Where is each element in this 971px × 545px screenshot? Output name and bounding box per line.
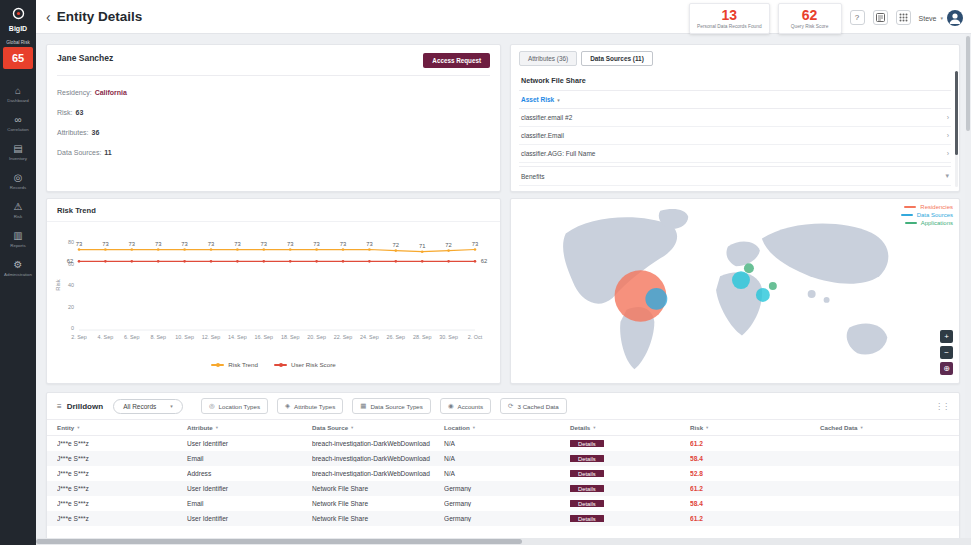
chip-data-source-types[interactable]: ▦Data Source Types	[352, 398, 431, 414]
legend-item-user-risk-score[interactable]: User Risk Score	[274, 361, 336, 368]
panel-scrollbar[interactable]	[955, 71, 958, 187]
chip-accounts[interactable]: ◉Accounts	[440, 398, 491, 414]
asset-risk-link[interactable]: Asset Risk ▾	[519, 91, 951, 109]
sidebar-item-correlation[interactable]: ∞Correlation	[0, 108, 36, 137]
table-row[interactable]: J***e S***zUser IdentifierNetwork File S…	[47, 511, 959, 526]
field-label: Risk:	[57, 109, 73, 116]
details-button[interactable]: Details	[570, 515, 604, 522]
application-bubble[interactable]	[744, 263, 754, 273]
table-row[interactable]: J***e S***zEmailbreach-investigation-Dar…	[47, 451, 959, 466]
vertical-scrollbar[interactable]	[965, 34, 971, 538]
drilldown-title: ≡ Drilldown	[57, 402, 103, 411]
grid-dots-icon[interactable]: ⋮⋮	[935, 402, 949, 411]
profile-field-data-sources-: Data Sources:11	[57, 149, 490, 156]
column-label: Risk	[690, 424, 703, 431]
chip-3-cached-data[interactable]: ⟳3 Cached Data	[500, 398, 567, 414]
legend-item-risk-trend[interactable]: Risk Trend	[211, 361, 258, 368]
cell-attribute: Email	[187, 500, 312, 507]
sidebar-item-records[interactable]: ◎Records	[0, 166, 36, 195]
filter-value: All Records	[123, 403, 156, 410]
chart-legend: Risk TrendUser Risk Score	[53, 361, 494, 368]
svg-text:73: 73	[234, 241, 240, 247]
chevron-right-icon: ›	[947, 150, 949, 157]
data-source-types-icon: ▦	[360, 402, 366, 410]
zoom-out-icon[interactable]: −	[940, 346, 953, 359]
attribute-row[interactable]: classifier.AGG: Full Name›	[519, 145, 951, 163]
application-bubble[interactable]	[769, 282, 777, 290]
geo-map-card: ResidenciesData SourcesApplications +−⊕	[510, 198, 960, 384]
svg-text:24. Sep: 24. Sep	[360, 334, 379, 340]
attribute-label: Benefits	[521, 173, 545, 180]
attribute-row[interactable]: classifier.email #2›	[519, 109, 951, 127]
column-header-location[interactable]: Location▾	[444, 424, 570, 431]
svg-text:22. Sep: 22. Sep	[334, 334, 353, 340]
column-header-entity[interactable]: Entity▾	[57, 424, 187, 431]
sidebar-item-risk[interactable]: ⚠Risk	[0, 195, 36, 224]
back-chevron-icon[interactable]: ‹	[46, 9, 51, 25]
apps-grid-icon[interactable]	[896, 10, 911, 25]
cell-risk: 61.2	[690, 485, 820, 492]
tasks-icon[interactable]	[873, 10, 888, 25]
table-row[interactable]: J***e S***zUser IdentifierNetwork File S…	[47, 481, 959, 496]
location-types-icon: ◎	[209, 402, 215, 410]
data-source-bubble[interactable]	[756, 288, 770, 302]
legend-marker	[904, 206, 916, 208]
sidebar-item-inventory[interactable]: ▤Inventory	[0, 137, 36, 166]
chip-attribute-types[interactable]: ◈Attribute Types	[277, 398, 343, 414]
tab-attributes-36-[interactable]: Attributes (36)	[519, 51, 577, 66]
sidebar-item-label: Inventory	[0, 156, 36, 161]
records-filter-select[interactable]: All Records ▾	[113, 399, 183, 414]
bigid-logo[interactable]: BigID	[9, 6, 27, 32]
main-content: Jane Sanchez Access Request Residency:Ca…	[36, 34, 971, 545]
details-button[interactable]: Details	[570, 455, 604, 462]
avatar	[947, 10, 963, 26]
svg-text:2. Oct: 2. Oct	[468, 334, 483, 340]
sidebar-item-reports[interactable]: ▥Reports	[0, 224, 36, 253]
map-zoom-controls: +−⊕	[940, 330, 953, 375]
cell-details: Details	[570, 485, 690, 492]
column-header-details[interactable]: Details▾	[570, 424, 690, 431]
details-button[interactable]: Details	[570, 500, 604, 507]
world-map[interactable]	[511, 199, 959, 383]
data-source-bubble[interactable]	[645, 288, 667, 310]
tab-data-sources-11-[interactable]: Data Sources (11)	[581, 51, 653, 66]
column-header-cached-data[interactable]: Cached Data▾	[820, 424, 959, 431]
global-risk-widget[interactable]: Global Risk 65	[3, 40, 33, 69]
sort-icon: ▾	[216, 425, 218, 430]
attribute-label: classifier.AGG: Full Name	[521, 150, 595, 157]
attribute-row[interactable]: classifier.Email›	[519, 127, 951, 145]
correlation-icon: ∞	[0, 114, 36, 125]
column-header-attribute[interactable]: Attribute▾	[187, 424, 312, 431]
table-row[interactable]: J***e S***zEmailNetwork File ShareGerman…	[47, 496, 959, 511]
user-menu[interactable]: Steve ▾	[919, 10, 963, 26]
details-button[interactable]: Details	[570, 440, 604, 447]
risk-trend-card: Risk Trend 0204060802. Sep4. Sep6. Sep8.…	[46, 198, 501, 384]
table-row[interactable]: J***e S***zAddressbreach-investigation-D…	[47, 466, 959, 481]
attribute-list: classifier.email #2›classifier.Email›cla…	[519, 109, 951, 186]
chip-location-types[interactable]: ◎Location Types	[201, 398, 268, 414]
svg-text:73: 73	[287, 241, 293, 247]
zoom-reset-icon[interactable]: ⊕	[940, 362, 953, 375]
data-source-title: Network File Share	[519, 71, 951, 91]
horizontal-scrollbar[interactable]	[36, 538, 971, 545]
chip-label: Accounts	[458, 403, 483, 410]
svg-text:4. Sep: 4. Sep	[98, 334, 114, 340]
column-header-data-source[interactable]: Data Source▾	[312, 424, 444, 431]
help-icon[interactable]: ?	[850, 10, 865, 25]
sidebar-item-dashboard[interactable]: ⌂Dashboard	[0, 79, 36, 108]
details-button[interactable]: Details	[570, 470, 604, 477]
series-risk-trend	[79, 250, 475, 252]
table-row[interactable]: J***e S***zUser Identifierbreach-investi…	[47, 436, 959, 451]
details-button[interactable]: Details	[570, 485, 604, 492]
column-header-risk[interactable]: Risk▾	[690, 424, 820, 431]
cell-source: Network File Share	[312, 515, 444, 522]
data-source-bubble[interactable]	[732, 271, 750, 289]
chart-title: Risk Trend	[47, 199, 500, 222]
sidebar-item-administration[interactable]: ⚙Administration	[0, 253, 36, 282]
zoom-in-icon[interactable]: +	[940, 330, 953, 343]
access-request-button[interactable]: Access Request	[423, 53, 490, 68]
risk-trend-svg: 0204060802. Sep4. Sep6. Sep8. Sep10. Sep…	[53, 224, 491, 356]
column-label: Entity	[57, 424, 74, 431]
sort-icon: ▾	[593, 425, 595, 430]
attribute-row[interactable]: Benefits▾	[519, 166, 951, 186]
